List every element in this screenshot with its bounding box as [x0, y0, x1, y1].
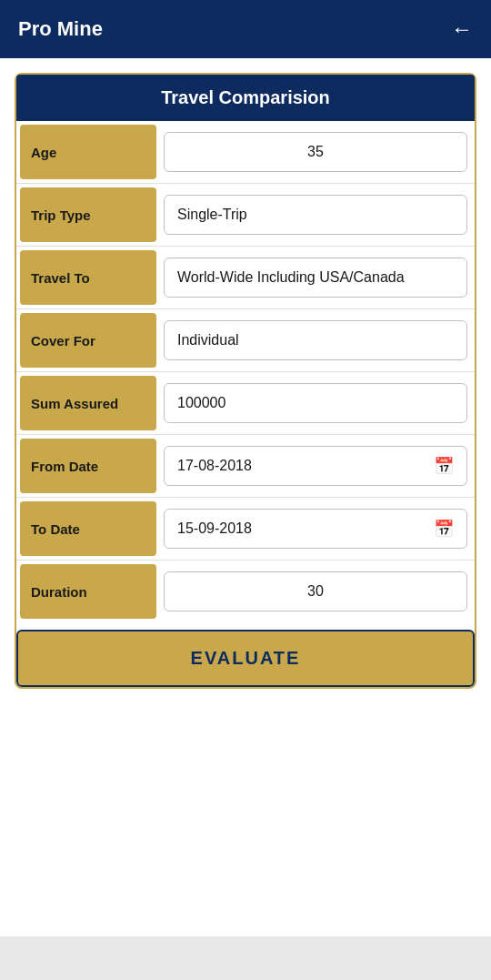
form-row-from_date: From Date17-08-2018📅	[16, 435, 475, 498]
app-title: Pro Mine	[18, 17, 103, 41]
text-age: 35	[307, 144, 324, 160]
value-travel_to[interactable]: World-Wide Including USA/Canada	[164, 258, 467, 298]
form-row-sum_assured: Sum Assured100000	[16, 372, 475, 435]
label-travel_to: Travel To	[20, 250, 156, 305]
main-content: Travel Comparision Age35Trip TypeSingle-…	[0, 58, 491, 936]
form-row-travel_to: Travel ToWorld-Wide Including USA/Canada	[16, 247, 475, 309]
label-cover_for: Cover For	[20, 313, 156, 368]
text-travel_to: World-Wide Including USA/Canada	[177, 269, 405, 286]
form-row-trip_type: Trip TypeSingle-Trip	[16, 184, 475, 247]
calendar-icon-to_date[interactable]: 📅	[434, 519, 454, 539]
text-cover_for: Individual	[177, 332, 239, 349]
value-age[interactable]: 35	[164, 132, 467, 172]
form-row-age: Age35	[16, 121, 475, 184]
label-trip_type: Trip Type	[20, 187, 156, 242]
form-row-duration: Duration30	[16, 561, 475, 622]
form-body: Age35Trip TypeSingle-TripTravel ToWorld-…	[16, 121, 475, 622]
value-from_date[interactable]: 17-08-2018📅	[164, 446, 467, 486]
label-from_date: From Date	[20, 439, 156, 493]
label-sum_assured: Sum Assured	[20, 376, 156, 430]
value-sum_assured[interactable]: 100000	[164, 383, 467, 423]
value-cover_for[interactable]: Individual	[164, 320, 467, 360]
text-trip_type: Single-Trip	[177, 207, 247, 223]
text-sum_assured: 100000	[177, 395, 225, 411]
text-to_date: 15-09-2018	[177, 520, 252, 537]
text-duration: 30	[307, 583, 324, 600]
text-from_date: 17-08-2018	[177, 458, 252, 474]
calendar-icon-from_date[interactable]: 📅	[434, 456, 454, 476]
form-row-cover_for: Cover ForIndividual	[16, 309, 475, 372]
bottom-bar	[0, 936, 491, 980]
value-trip_type[interactable]: Single-Trip	[164, 195, 467, 235]
form-wrapper: Age35Trip TypeSingle-TripTravel ToWorld-…	[16, 121, 475, 687]
label-age: Age	[20, 125, 156, 179]
app-header: Pro Mine ←	[0, 0, 491, 58]
card-title: Travel Comparision	[16, 75, 475, 121]
back-button[interactable]: ←	[451, 16, 473, 42]
label-duration: Duration	[20, 564, 156, 619]
value-duration[interactable]: 30	[164, 571, 467, 611]
evaluate-button[interactable]: EVALUATE	[16, 630, 475, 687]
travel-comparison-card: Travel Comparision Age35Trip TypeSingle-…	[15, 73, 476, 689]
label-to_date: To Date	[20, 501, 156, 556]
form-row-to_date: To Date15-09-2018📅	[16, 498, 475, 561]
value-to_date[interactable]: 15-09-2018📅	[164, 509, 467, 549]
